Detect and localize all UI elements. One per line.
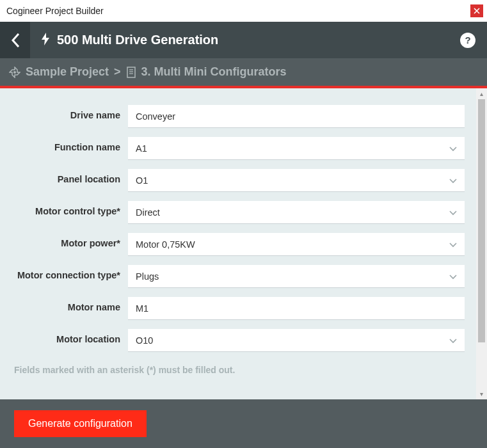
chevron-down-icon: [449, 207, 457, 218]
select-value: Direct: [136, 207, 160, 218]
chevron-down-icon: [449, 143, 457, 154]
back-button[interactable]: [0, 22, 30, 58]
text-input[interactable]: [128, 105, 465, 128]
project-icon: [9, 67, 20, 78]
scroll-down-arrow[interactable]: ▾: [476, 388, 487, 399]
breadcrumb-root[interactable]: Sample Project: [26, 65, 109, 79]
select-value: Plugs: [136, 271, 159, 282]
select-value: A1: [136, 143, 147, 154]
chevron-down-icon: [449, 175, 457, 186]
select-input[interactable]: O10: [128, 329, 465, 352]
form-row: Motor control type*Direct: [9, 201, 467, 224]
field-input-col: A1: [128, 137, 465, 160]
chevron-left-icon: [11, 33, 20, 47]
page-title: 500 Multi Drive Generation: [57, 33, 218, 47]
field-input-col: Direct: [128, 201, 465, 224]
header-title-wrap: 500 Multi Drive Generation: [30, 32, 460, 49]
chevron-down-icon: [449, 271, 457, 282]
scroll-up-arrow[interactable]: ▴: [476, 88, 487, 99]
bolt-icon: [40, 32, 51, 49]
field-input-col: [128, 105, 465, 128]
form-row: Motor name: [9, 297, 467, 320]
text-input[interactable]: [128, 297, 465, 320]
svg-point-0: [13, 71, 16, 74]
generate-configuration-button[interactable]: Generate configuration: [14, 410, 147, 437]
select-input[interactable]: Direct: [128, 201, 465, 224]
select-input[interactable]: A1: [128, 137, 465, 160]
footer: Generate configuration: [0, 399, 487, 448]
select-value: Motor 0,75KW: [136, 239, 195, 250]
select-value: O10: [136, 335, 153, 346]
field-label: Panel location: [9, 169, 128, 185]
form-row: Motor power*Motor 0,75KW: [9, 233, 467, 256]
chevron-down-icon: [449, 335, 457, 346]
field-input-col: [128, 297, 465, 320]
scroll-track[interactable]: [476, 342, 487, 388]
document-icon: [126, 67, 136, 78]
form-row: Drive name: [9, 105, 467, 128]
close-icon: [474, 8, 480, 14]
field-label: Drive name: [9, 105, 128, 121]
field-input-col: O1: [128, 169, 465, 192]
titlebar: Cogineer Project Builder: [0, 0, 487, 22]
header: 500 Multi Drive Generation ?: [0, 22, 487, 58]
close-button[interactable]: [470, 4, 483, 17]
select-input[interactable]: Motor 0,75KW: [128, 233, 465, 256]
select-input[interactable]: O1: [128, 169, 465, 192]
select-input[interactable]: Plugs: [128, 265, 465, 288]
field-label: Motor name: [9, 297, 128, 313]
chevron-down-icon: [449, 239, 457, 250]
window-title: Cogineer Project Builder: [6, 6, 104, 16]
field-label: Motor connection type*: [9, 265, 128, 281]
field-input-col: Motor 0,75KW: [128, 233, 465, 256]
field-label: Function name: [9, 137, 128, 153]
field-label: Motor location: [9, 329, 128, 345]
field-label: Motor power*: [9, 233, 128, 249]
field-label: Motor control type*: [9, 201, 128, 217]
scrollbar[interactable]: ▴ ▾: [476, 88, 487, 399]
breadcrumb: Sample Project > 3. Multi Mini Configura…: [0, 58, 487, 86]
form-row: Motor connection type*Plugs: [9, 265, 467, 288]
help-button[interactable]: ?: [460, 33, 475, 48]
form-inner: Drive nameFunction nameA1Panel locationO…: [0, 88, 476, 399]
breadcrumb-separator: >: [114, 65, 121, 79]
form-row: Function nameA1: [9, 137, 467, 160]
form-row: Motor locationO10: [9, 329, 467, 352]
field-input-col: O10: [128, 329, 465, 352]
breadcrumb-current: 3. Multi Mini Configurators: [141, 65, 287, 79]
select-value: O1: [136, 175, 148, 186]
form-area: Drive nameFunction nameA1Panel locationO…: [0, 88, 487, 399]
required-fields-hint: Fields marked with an asterisk (*) must …: [9, 361, 467, 375]
scroll-thumb[interactable]: [478, 99, 485, 342]
form-row: Panel locationO1: [9, 169, 467, 192]
field-input-col: Plugs: [128, 265, 465, 288]
svg-rect-1: [127, 67, 135, 77]
